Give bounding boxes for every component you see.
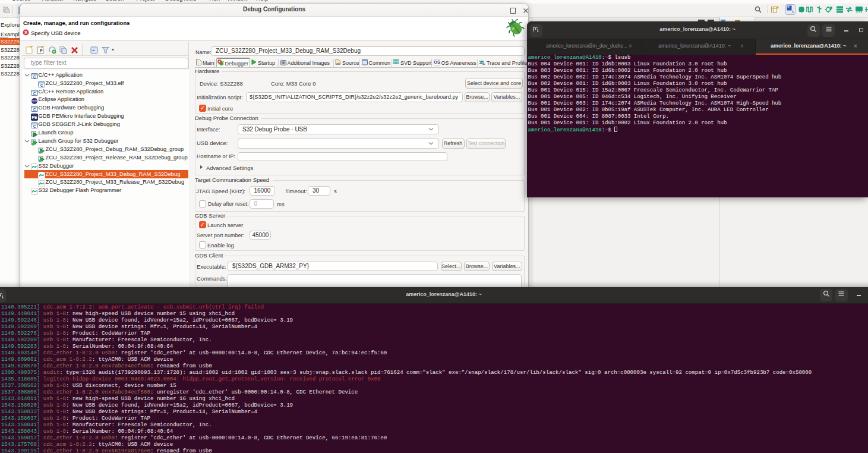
svg-text:PE: PE — [31, 115, 37, 119]
svg-text:OS: OS — [434, 60, 440, 64]
svg-text:C: C — [33, 91, 36, 95]
svg-text:c: c — [792, 10, 794, 13]
svg-text:P: P — [40, 49, 43, 53]
svg-text:C: C — [40, 83, 43, 87]
svg-text:C: C — [33, 74, 36, 78]
svg-text:C: C — [33, 108, 36, 112]
svg-text:C: C — [33, 124, 36, 128]
